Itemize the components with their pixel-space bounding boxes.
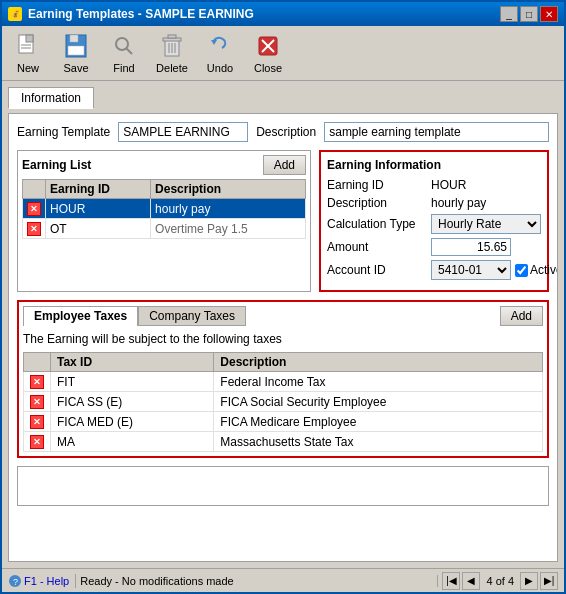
description-info-row: Description hourly pay xyxy=(327,196,541,210)
nav-buttons: |◀ ◀ 4 of 4 ▶ ▶| xyxy=(442,572,558,590)
earning-info-title: Earning Information xyxy=(327,158,541,172)
account-controls: 5410-01 Active xyxy=(431,260,558,280)
delete-row-icon[interactable]: ✕ xyxy=(27,222,41,236)
desc-info-label: Description xyxy=(327,196,427,210)
svg-rect-5 xyxy=(70,35,78,42)
table-row[interactable]: ✕ FIT Federal Income Tax xyxy=(24,372,543,392)
tax-desc-cell: FICA Social Security Employee xyxy=(214,392,543,412)
table-row[interactable]: ✕ HOUR hourly pay xyxy=(23,199,306,219)
close-icon xyxy=(254,32,282,60)
table-row[interactable]: ✕ OT Overtime Pay 1.5 xyxy=(23,219,306,239)
help-link[interactable]: ? F1 - Help xyxy=(8,574,76,588)
delete-tax-icon[interactable]: ✕ xyxy=(30,435,44,449)
description-cell: Overtime Pay 1.5 xyxy=(151,219,306,239)
template-label: Earning Template xyxy=(17,125,110,139)
earning-id-label: Earning ID xyxy=(327,178,427,192)
delete-tax-icon[interactable]: ✕ xyxy=(30,395,44,409)
svg-rect-6 xyxy=(68,46,84,55)
earning-info-panel: Earning Information Earning ID HOUR Desc… xyxy=(319,150,549,292)
earning-id-cell: OT xyxy=(46,219,151,239)
table-row[interactable]: ✕ MA Massachusetts State Tax xyxy=(24,432,543,452)
toolbar: New Save Find xyxy=(2,26,564,81)
amount-input[interactable] xyxy=(431,238,511,256)
status-bar: ? F1 - Help Ready - No modifications mad… xyxy=(2,568,564,592)
undo-label: Undo xyxy=(207,62,233,74)
main-area: Earning List Add Earning ID Description xyxy=(17,150,549,292)
new-button[interactable]: New xyxy=(8,30,48,76)
earning-list-table: Earning ID Description ✕ HOUR hourly pay xyxy=(22,179,306,239)
employee-taxes-tab[interactable]: Employee Taxes xyxy=(23,306,138,326)
close-button[interactable]: Close xyxy=(248,30,288,76)
taxes-subtitle: The Earning will be subject to the follo… xyxy=(23,330,543,348)
earning-list-header: Earning List Add xyxy=(22,155,306,175)
svg-rect-11 xyxy=(168,35,176,38)
table-row[interactable]: ✕ FICA SS (E) FICA Social Security Emplo… xyxy=(24,392,543,412)
undo-button[interactable]: Undo xyxy=(200,30,240,76)
delete-tax-icon[interactable]: ✕ xyxy=(30,415,44,429)
desc-info-value: hourly pay xyxy=(431,196,541,210)
svg-rect-1 xyxy=(26,35,33,42)
table-row[interactable]: ✕ FICA MED (E) FICA Medicare Employee xyxy=(24,412,543,432)
taxes-add-button[interactable]: Add xyxy=(500,306,543,326)
tax-desc-cell: FICA Medicare Employee xyxy=(214,412,543,432)
template-input[interactable] xyxy=(118,122,248,142)
company-taxes-tab[interactable]: Company Taxes xyxy=(138,306,246,326)
row-icon-cell: ✕ xyxy=(23,219,46,239)
notes-area[interactable] xyxy=(17,466,549,506)
calc-type-select[interactable]: Hourly Rate Flat Amount Percentage xyxy=(431,214,541,234)
tax-id-cell: FIT xyxy=(51,372,214,392)
nav-last-button[interactable]: ▶| xyxy=(540,572,558,590)
delete-label: Delete xyxy=(156,62,188,74)
window-icon: 💰 xyxy=(8,7,22,21)
description-input[interactable] xyxy=(324,122,549,142)
tax-desc-cell: Massachusetts State Tax xyxy=(214,432,543,452)
delete-button[interactable]: Delete xyxy=(152,30,192,76)
find-label: Find xyxy=(113,62,134,74)
delete-tax-icon[interactable]: ✕ xyxy=(30,375,44,389)
col-icon xyxy=(23,180,46,199)
tax-id-cell: MA xyxy=(51,432,214,452)
window-title: Earning Templates - SAMPLE EARNING xyxy=(28,7,254,21)
nav-info: 4 of 4 xyxy=(482,575,518,587)
active-checkbox-group: Active xyxy=(515,263,558,277)
earning-id-row: Earning ID HOUR xyxy=(327,178,541,192)
information-tab[interactable]: Information xyxy=(8,87,94,109)
svg-text:?: ? xyxy=(13,577,18,587)
new-icon xyxy=(14,32,42,60)
tab-bar: Information xyxy=(8,87,558,109)
nav-current: 4 xyxy=(486,575,492,587)
find-button[interactable]: Find xyxy=(104,30,144,76)
delete-row-icon[interactable]: ✕ xyxy=(27,202,41,216)
save-button[interactable]: Save xyxy=(56,30,96,76)
tax-col-id: Tax ID xyxy=(51,353,214,372)
earning-list-section: Earning List Add Earning ID Description xyxy=(17,150,311,292)
nav-prev-button[interactable]: ◀ xyxy=(462,572,480,590)
svg-line-8 xyxy=(126,48,132,54)
save-label: Save xyxy=(63,62,88,74)
close-label: Close xyxy=(254,62,282,74)
undo-icon xyxy=(206,32,234,60)
help-text: F1 - Help xyxy=(24,575,69,587)
col-description: Description xyxy=(151,180,306,199)
col-earning-id: Earning ID xyxy=(46,180,151,199)
nav-first-button[interactable]: |◀ xyxy=(442,572,460,590)
nav-total: 4 xyxy=(508,575,514,587)
nav-next-button[interactable]: ▶ xyxy=(520,572,538,590)
earning-id-cell: HOUR xyxy=(46,199,151,219)
title-bar: 💰 Earning Templates - SAMPLE EARNING _ □… xyxy=(2,2,564,26)
account-select[interactable]: 5410-01 xyxy=(431,260,511,280)
maximize-button[interactable]: □ xyxy=(520,6,538,22)
earning-list-title: Earning List xyxy=(22,158,91,172)
taxes-tabs-group: Employee Taxes Company Taxes xyxy=(23,306,246,326)
save-icon xyxy=(62,32,90,60)
help-icon: ? xyxy=(8,574,22,588)
earning-list-add-button[interactable]: Add xyxy=(263,155,306,175)
description-label: Description xyxy=(256,125,316,139)
description-cell: hourly pay xyxy=(151,199,306,219)
window-close-button[interactable]: ✕ xyxy=(540,6,558,22)
account-label: Account ID xyxy=(327,263,427,277)
template-row: Earning Template Description xyxy=(17,122,549,142)
find-icon xyxy=(110,32,138,60)
active-checkbox[interactable] xyxy=(515,264,528,277)
minimize-button[interactable]: _ xyxy=(500,6,518,22)
